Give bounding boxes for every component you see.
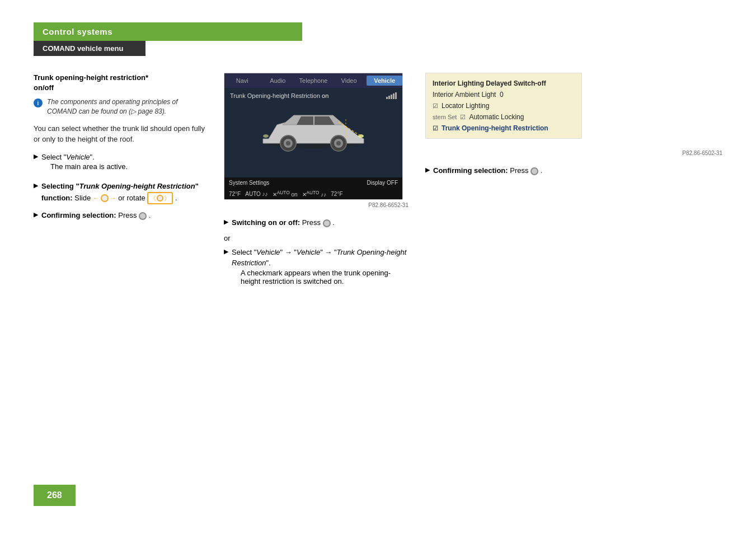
- menu-item-4: stem Set ☑ Automatic Locking: [433, 111, 575, 123]
- center-arrow-2: ▶: [224, 248, 228, 255]
- center-instruction-2: ▶ Select "Vehicle" → "Vehicle" → "Trunk …: [224, 247, 408, 290]
- status-1: 72°F: [229, 191, 241, 197]
- status-2: AUTO ♪♪: [245, 191, 267, 197]
- center-column: Navi Audio Telephone Video Vehicle Trunk…: [224, 73, 408, 296]
- menu-text-5: Trunk Opening-height Restriction: [442, 124, 548, 132]
- center-instructions: ▶ Switching on or off: Press . or ▶ Sele…: [224, 217, 408, 290]
- svg-point-3: [286, 141, 290, 146]
- info-box: i The components and operating principle…: [34, 97, 207, 116]
- center-press-icon-1: [323, 219, 331, 227]
- right-instruction-item: ▶ Confirming selection: Press .: [425, 165, 722, 176]
- menu-item-3: ☑ Locator Lighting: [433, 100, 575, 111]
- display-top-bar: Trunk Opening-height Restriction on: [230, 92, 397, 99]
- instruction-text-1: Select "Vehicle".: [41, 153, 95, 161]
- display-bottom-bar: System Settings Display OFF: [224, 177, 402, 188]
- right-period: .: [541, 166, 543, 175]
- bottom-right-label: Display OFF: [367, 180, 398, 186]
- signal-bars: [386, 92, 397, 99]
- rotate-icon: 《 》: [147, 192, 173, 205]
- bar-5: [395, 92, 397, 99]
- nav-tab-video[interactable]: Video: [331, 76, 367, 86]
- nav-tab-vehicle[interactable]: Vehicle: [367, 76, 402, 86]
- bottom-left-label: System Settings: [229, 180, 269, 186]
- center-arrow-1: ▶: [224, 218, 228, 226]
- center-text-2: Select "Vehicle" → "Vehicle" → "Trunk Op…: [232, 248, 406, 268]
- page-number: 268: [47, 490, 62, 500]
- sub-title: COMAND vehicle menu: [43, 44, 123, 53]
- right-instruction: ▶ Confirming selection: Press .: [425, 165, 722, 176]
- press-icon-left: [139, 212, 147, 220]
- menu-text-3: Locator Lighting: [442, 102, 489, 110]
- nav-tab-audio[interactable]: Audio: [260, 76, 296, 86]
- check-4: ☑: [460, 114, 466, 121]
- heading-line2: on/off: [34, 83, 54, 92]
- menu-item-5: ☑ Trunk Opening-height Restriction: [433, 123, 575, 134]
- bar-2: [388, 96, 390, 99]
- check-5: ☑: [433, 125, 438, 132]
- right-press-icon: [530, 167, 538, 175]
- page-number-box: 268: [34, 485, 76, 506]
- arrow-3: ▶: [34, 211, 38, 218]
- center-period-1: .: [332, 218, 335, 227]
- arrow-1: ▶: [34, 153, 38, 160]
- status-3: ✕AUTO on: [273, 190, 298, 198]
- display-nav-bar: Navi Audio Telephone Video Vehicle: [224, 73, 402, 88]
- green-header-bar: Control systems: [34, 22, 302, 41]
- main-content: Trunk opening-height restriction* on/off…: [34, 73, 722, 296]
- heading-line1: Trunk opening-height restriction*: [34, 73, 148, 82]
- right-label: Confirming selection: Press: [433, 166, 530, 175]
- nav-tab-navi[interactable]: Navi: [224, 76, 260, 86]
- info-text: The components and operating principles …: [47, 97, 207, 116]
- header-section: Control systems COMAND vehicle menu: [34, 22, 722, 56]
- sub-instruction-1: The main area is active.: [50, 162, 128, 171]
- center-image-ref: P82.86-6652-31: [224, 202, 408, 208]
- right-column: Interior Lighting Delayed Switch-off Int…: [425, 73, 722, 296]
- status-4: ✕AUTO ♪♪: [302, 190, 327, 198]
- instruction-item-2: ▶ Selecting "Trunk Opening-height Restri…: [34, 181, 207, 204]
- menu-image-ref: P82.86-6502-31: [425, 150, 722, 156]
- center-label-1: Switching on or off: Press: [232, 218, 323, 227]
- instruction-or: or rotate: [118, 194, 147, 202]
- instruction-period-3: .: [149, 211, 151, 219]
- section-heading: Trunk opening-height restriction* on/off: [34, 73, 207, 93]
- instruction-period-2: .: [175, 194, 177, 202]
- car-svg: [252, 105, 375, 156]
- slide-icon: ← →: [93, 193, 116, 203]
- body-text: You can select whether the trunk lid sho…: [34, 123, 207, 145]
- instruction-item-3: ▶ Confirming selection: Press .: [34, 210, 207, 221]
- info-icon: i: [34, 99, 43, 107]
- left-column: Trunk opening-height restriction* on/off…: [34, 73, 207, 296]
- bar-1: [386, 97, 388, 99]
- center-instruction-1: ▶ Switching on or off: Press .: [224, 217, 408, 228]
- page-title: Control systems: [43, 27, 112, 36]
- menu-item-1: Interior Lighting Delayed Switch-off: [433, 78, 575, 89]
- display-status-row: 72°F AUTO ♪♪ ✕AUTO on ✕AUTO ♪♪ 72°F: [224, 188, 402, 199]
- display-content-area: Trunk Opening-height Restriction on: [224, 88, 402, 177]
- car-display: Navi Audio Telephone Video Vehicle Trunk…: [224, 73, 403, 200]
- display-header-text: Trunk Opening-height Restriction on: [230, 92, 328, 99]
- svg-point-8: [263, 134, 269, 138]
- nav-tab-telephone[interactable]: Telephone: [295, 76, 331, 86]
- menu-text-2: Interior Ambient Light 0: [433, 91, 504, 99]
- bar-3: [391, 95, 392, 99]
- menu-text-1: Interior Lighting Delayed Switch-off: [433, 79, 546, 87]
- or-text: or: [224, 234, 408, 242]
- instruction-item-1: ▶ Select "Vehicle". The main area is act…: [34, 152, 207, 176]
- check-3: ☑: [433, 102, 438, 110]
- right-arrow: ▶: [425, 166, 430, 174]
- center-sub-2: A checkmark appears when the trunk openi…: [241, 269, 391, 285]
- instruction-label-3: Confirming selection: Press: [41, 211, 139, 219]
- menu-text-4: Automatic Locking: [469, 113, 524, 121]
- sys-label: stem Set: [433, 114, 457, 120]
- bar-4: [393, 93, 395, 99]
- vehicle-menu: Interior Lighting Delayed Switch-off Int…: [425, 73, 582, 139]
- sub-header: COMAND vehicle menu: [34, 41, 145, 56]
- menu-item-2: Interior Ambient Light 0: [433, 89, 575, 100]
- status-5: 72°F: [331, 191, 342, 197]
- svg-point-6: [336, 141, 341, 146]
- arrow-2: ▶: [34, 182, 38, 189]
- car-image-area: [230, 102, 397, 158]
